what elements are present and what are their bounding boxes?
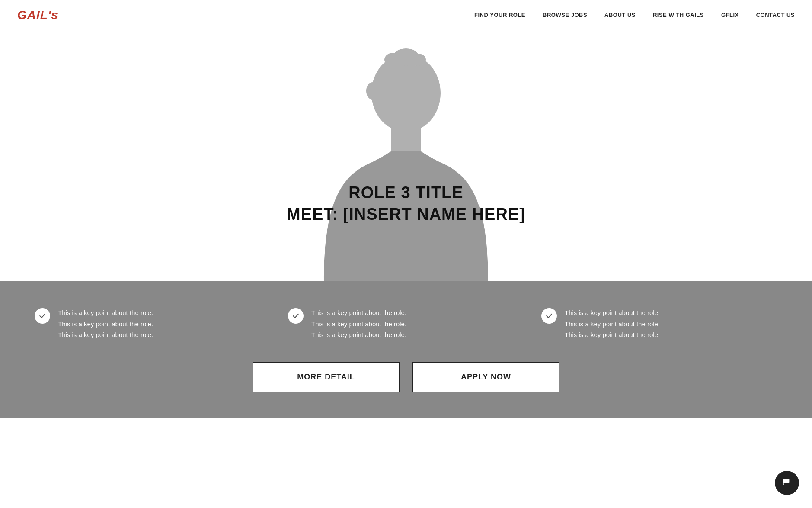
role-title: ROLE 3 TITLE	[287, 182, 525, 203]
hero-text: ROLE 3 TITLE MEET: [INSERT NAME HERE]	[287, 182, 525, 225]
key-point-3-text: This is a key point about the role. This…	[565, 307, 660, 341]
hero-section: ROLE 3 TITLE MEET: [INSERT NAME HERE]	[0, 30, 812, 281]
svg-rect-2	[391, 125, 421, 151]
more-detail-button[interactable]: MORE DETAIL	[253, 362, 400, 392]
nav-gflix[interactable]: GFLIX	[721, 12, 739, 18]
header: GAIL's FIND YOUR ROLE BROWSE JOBS ABOUT …	[0, 0, 812, 30]
nav-rise-with-gails[interactable]: RISE WITH GAILS	[653, 12, 704, 18]
check-icon-2	[288, 308, 304, 324]
key-point-1-text: This is a key point about the role. This…	[58, 307, 153, 341]
key-point-3: This is a key point about the role. This…	[541, 307, 777, 341]
nav-contact-us[interactable]: CONTACT US	[756, 12, 795, 18]
nav-browse-jobs[interactable]: BROWSE JOBS	[543, 12, 587, 18]
silhouette	[298, 30, 514, 281]
svg-point-1	[366, 82, 378, 100]
check-icon-3	[541, 308, 557, 324]
bottom-section: This is a key point about the role. This…	[0, 281, 812, 418]
key-points-container: This is a key point about the role. This…	[35, 307, 777, 341]
nav-find-your-role[interactable]: FIND YOUR ROLE	[474, 12, 525, 18]
nav-about-us[interactable]: ABOUT US	[604, 12, 636, 18]
meet-text: MEET: [INSERT NAME HERE]	[287, 204, 525, 225]
svg-point-5	[410, 54, 426, 66]
logo[interactable]: GAIL's	[17, 8, 58, 22]
nav: FIND YOUR ROLE BROWSE JOBS ABOUT US RISE…	[474, 12, 795, 18]
cta-buttons: MORE DETAIL APPLY NOW	[35, 362, 777, 392]
check-icon-1	[35, 308, 50, 324]
key-point-2: This is a key point about the role. This…	[288, 307, 524, 341]
key-point-2-text: This is a key point about the role. This…	[311, 307, 406, 341]
key-point-1: This is a key point about the role. This…	[35, 307, 271, 341]
svg-point-4	[384, 53, 402, 67]
apply-now-button[interactable]: APPLY NOW	[412, 362, 559, 392]
